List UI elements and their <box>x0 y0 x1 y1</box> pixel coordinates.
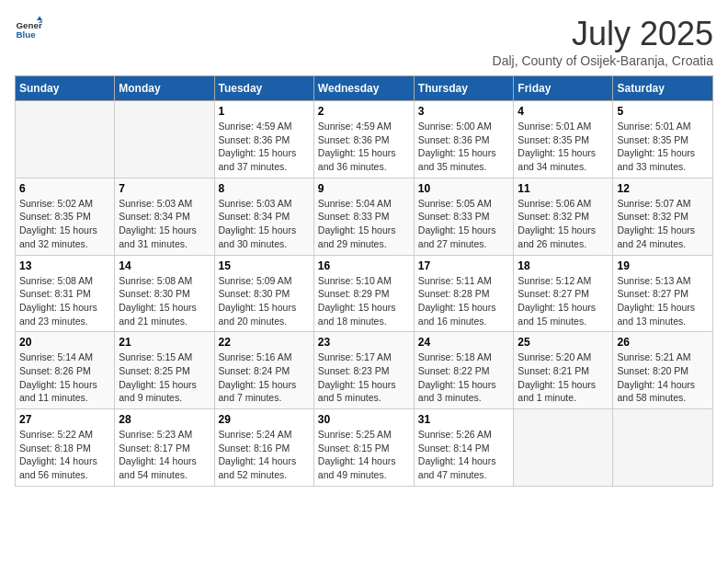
day-cell: 11Sunrise: 5:06 AM Sunset: 8:32 PM Dayli… <box>514 178 613 255</box>
day-info: Sunrise: 5:15 AM Sunset: 8:25 PM Dayligh… <box>119 350 210 405</box>
week-row-0: 1Sunrise: 4:59 AM Sunset: 8:36 PM Daylig… <box>16 101 713 178</box>
day-cell: 12Sunrise: 5:07 AM Sunset: 8:32 PM Dayli… <box>613 178 713 255</box>
day-number: 25 <box>518 336 609 349</box>
day-info: Sunrise: 5:07 AM Sunset: 8:32 PM Dayligh… <box>617 197 709 251</box>
day-info: Sunrise: 5:01 AM Sunset: 8:35 PM Dayligh… <box>617 120 709 174</box>
day-info: Sunrise: 4:59 AM Sunset: 8:36 PM Dayligh… <box>318 120 410 174</box>
day-cell: 24Sunrise: 5:18 AM Sunset: 8:22 PM Dayli… <box>414 332 514 409</box>
day-cell: 4Sunrise: 5:01 AM Sunset: 8:35 PM Daylig… <box>514 101 613 178</box>
day-info: Sunrise: 5:20 AM Sunset: 8:21 PM Dayligh… <box>518 350 609 405</box>
day-cell: 16Sunrise: 5:10 AM Sunset: 8:29 PM Dayli… <box>313 255 414 332</box>
day-number: 30 <box>318 413 410 426</box>
day-info: Sunrise: 5:23 AM Sunset: 8:17 PM Dayligh… <box>119 428 210 482</box>
day-info: Sunrise: 5:03 AM Sunset: 8:34 PM Dayligh… <box>219 197 310 251</box>
title-block: July 2025 Dalj, County of Osijek-Baranja… <box>493 15 713 68</box>
logo-icon: General Blue <box>15 15 42 42</box>
day-number: 31 <box>418 413 510 426</box>
day-number: 9 <box>318 182 410 195</box>
week-row-4: 27Sunrise: 5:22 AM Sunset: 8:18 PM Dayli… <box>16 409 713 487</box>
header-cell-wednesday: Wednesday <box>313 76 414 101</box>
week-row-1: 6Sunrise: 5:02 AM Sunset: 8:35 PM Daylig… <box>16 178 713 255</box>
day-number: 1 <box>219 105 310 118</box>
day-number: 17 <box>418 259 510 272</box>
day-number: 14 <box>119 259 210 272</box>
day-number: 3 <box>418 105 510 118</box>
day-cell: 29Sunrise: 5:24 AM Sunset: 8:16 PM Dayli… <box>214 409 313 487</box>
day-cell: 28Sunrise: 5:23 AM Sunset: 8:17 PM Dayli… <box>115 409 214 487</box>
day-cell: 9Sunrise: 5:04 AM Sunset: 8:33 PM Daylig… <box>313 178 414 255</box>
page-header: General Blue July 2025 Dalj, County of O… <box>15 15 713 68</box>
day-cell: 7Sunrise: 5:03 AM Sunset: 8:34 PM Daylig… <box>115 178 214 255</box>
day-info: Sunrise: 5:06 AM Sunset: 8:32 PM Dayligh… <box>518 197 609 251</box>
day-cell: 2Sunrise: 4:59 AM Sunset: 8:36 PM Daylig… <box>313 101 414 178</box>
day-info: Sunrise: 5:03 AM Sunset: 8:34 PM Dayligh… <box>119 197 210 251</box>
day-info: Sunrise: 5:00 AM Sunset: 8:36 PM Dayligh… <box>418 120 510 174</box>
day-cell: 5Sunrise: 5:01 AM Sunset: 8:35 PM Daylig… <box>613 101 713 178</box>
week-row-2: 13Sunrise: 5:08 AM Sunset: 8:31 PM Dayli… <box>16 255 713 332</box>
day-cell: 23Sunrise: 5:17 AM Sunset: 8:23 PM Dayli… <box>313 332 414 409</box>
day-number: 19 <box>617 259 709 272</box>
day-cell: 17Sunrise: 5:11 AM Sunset: 8:28 PM Dayli… <box>414 255 514 332</box>
calendar-body: 1Sunrise: 4:59 AM Sunset: 8:36 PM Daylig… <box>16 101 713 487</box>
day-number: 27 <box>19 413 110 426</box>
day-number: 7 <box>119 182 210 195</box>
day-cell <box>16 101 115 178</box>
day-cell: 22Sunrise: 5:16 AM Sunset: 8:24 PM Dayli… <box>214 332 313 409</box>
day-info: Sunrise: 5:22 AM Sunset: 8:18 PM Dayligh… <box>19 428 110 482</box>
day-cell: 14Sunrise: 5:08 AM Sunset: 8:30 PM Dayli… <box>115 255 214 332</box>
day-cell: 26Sunrise: 5:21 AM Sunset: 8:20 PM Dayli… <box>613 332 713 409</box>
day-info: Sunrise: 4:59 AM Sunset: 8:36 PM Dayligh… <box>219 120 310 174</box>
day-info: Sunrise: 5:04 AM Sunset: 8:33 PM Dayligh… <box>318 197 410 251</box>
day-cell: 31Sunrise: 5:26 AM Sunset: 8:14 PM Dayli… <box>414 409 514 487</box>
day-number: 21 <box>119 336 210 349</box>
day-info: Sunrise: 5:11 AM Sunset: 8:28 PM Dayligh… <box>418 274 510 328</box>
header-cell-monday: Monday <box>115 76 214 101</box>
location-subtitle: Dalj, County of Osijek-Baranja, Croatia <box>493 53 713 68</box>
day-number: 24 <box>418 336 510 349</box>
day-cell: 20Sunrise: 5:14 AM Sunset: 8:26 PM Dayli… <box>16 332 115 409</box>
calendar-table: SundayMondayTuesdayWednesdayThursdayFrid… <box>15 75 713 487</box>
day-info: Sunrise: 5:26 AM Sunset: 8:14 PM Dayligh… <box>418 428 510 482</box>
day-number: 8 <box>219 182 310 195</box>
day-info: Sunrise: 5:12 AM Sunset: 8:27 PM Dayligh… <box>518 274 609 328</box>
day-number: 11 <box>518 182 609 195</box>
day-cell: 8Sunrise: 5:03 AM Sunset: 8:34 PM Daylig… <box>214 178 313 255</box>
day-number: 29 <box>219 413 310 426</box>
day-cell: 25Sunrise: 5:20 AM Sunset: 8:21 PM Dayli… <box>514 332 613 409</box>
day-number: 10 <box>418 182 510 195</box>
day-cell <box>514 409 613 487</box>
day-cell: 13Sunrise: 5:08 AM Sunset: 8:31 PM Dayli… <box>16 255 115 332</box>
day-info: Sunrise: 5:17 AM Sunset: 8:23 PM Dayligh… <box>318 350 410 405</box>
day-cell <box>613 409 713 487</box>
day-number: 16 <box>318 259 410 272</box>
day-info: Sunrise: 5:08 AM Sunset: 8:30 PM Dayligh… <box>119 274 210 328</box>
header-row: SundayMondayTuesdayWednesdayThursdayFrid… <box>16 76 713 101</box>
day-cell: 18Sunrise: 5:12 AM Sunset: 8:27 PM Dayli… <box>514 255 613 332</box>
day-info: Sunrise: 5:24 AM Sunset: 8:16 PM Dayligh… <box>219 428 310 482</box>
logo: General Blue <box>15 15 42 42</box>
day-cell: 27Sunrise: 5:22 AM Sunset: 8:18 PM Dayli… <box>16 409 115 487</box>
day-cell: 6Sunrise: 5:02 AM Sunset: 8:35 PM Daylig… <box>16 178 115 255</box>
week-row-3: 20Sunrise: 5:14 AM Sunset: 8:26 PM Dayli… <box>16 332 713 409</box>
day-info: Sunrise: 5:09 AM Sunset: 8:30 PM Dayligh… <box>219 274 310 328</box>
day-cell: 1Sunrise: 4:59 AM Sunset: 8:36 PM Daylig… <box>214 101 313 178</box>
day-info: Sunrise: 5:02 AM Sunset: 8:35 PM Dayligh… <box>19 197 110 251</box>
day-cell: 30Sunrise: 5:25 AM Sunset: 8:15 PM Dayli… <box>313 409 414 487</box>
day-info: Sunrise: 5:08 AM Sunset: 8:31 PM Dayligh… <box>19 274 110 328</box>
day-cell: 3Sunrise: 5:00 AM Sunset: 8:36 PM Daylig… <box>414 101 514 178</box>
day-cell: 21Sunrise: 5:15 AM Sunset: 8:25 PM Dayli… <box>115 332 214 409</box>
header-cell-tuesday: Tuesday <box>214 76 313 101</box>
day-number: 22 <box>219 336 310 349</box>
day-info: Sunrise: 5:13 AM Sunset: 8:27 PM Dayligh… <box>617 274 709 328</box>
day-number: 18 <box>518 259 609 272</box>
header-cell-sunday: Sunday <box>16 76 115 101</box>
day-cell: 19Sunrise: 5:13 AM Sunset: 8:27 PM Dayli… <box>613 255 713 332</box>
day-cell: 15Sunrise: 5:09 AM Sunset: 8:30 PM Dayli… <box>214 255 313 332</box>
day-number: 2 <box>318 105 410 118</box>
day-number: 6 <box>19 182 110 195</box>
month-title: July 2025 <box>493 15 713 53</box>
day-number: 26 <box>617 336 709 349</box>
day-cell: 10Sunrise: 5:05 AM Sunset: 8:33 PM Dayli… <box>414 178 514 255</box>
day-number: 13 <box>19 259 110 272</box>
header-cell-saturday: Saturday <box>613 76 713 101</box>
